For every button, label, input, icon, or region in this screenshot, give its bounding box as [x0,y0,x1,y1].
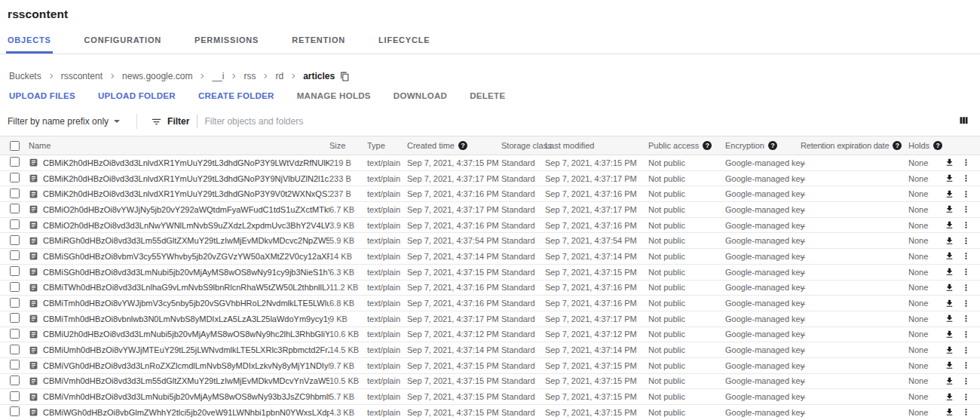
more-options-icon[interactable] [961,314,971,323]
object-name-link[interactable]: CBMiTmh0dHBzOi8vYWJjbmV3cy5nby5jb20vSGVh… [43,299,329,308]
table-row[interactable]: CBMiK2h0dHBzOi8vd3d3LnlvdXR1YmUuY29tL3dh… [0,171,980,187]
tab-configuration[interactable]: CONFIGURATION [83,31,163,54]
table-row[interactable]: CBMiO2h0dHBzOi8vYWJjNy5jb20vY292aWQtdmFy… [0,202,980,218]
object-name-link[interactable]: CBMiO2h0dHBzOi8vd3d3LnNwYWNlLmNvbS9uZXdz… [43,221,329,230]
help-icon[interactable]: ? [893,141,902,150]
row-checkbox[interactable] [10,250,20,260]
breadcrumb-folder[interactable]: rss [243,71,256,81]
object-name-link[interactable]: CBMiSGh0dHBzOi8vd3d3LmNubi5jb20vMjAyMS8w… [43,268,329,277]
object-name-link[interactable]: CBMiK2h0dHBzOi8vd3d3LnlvdXR1YmUuY29tL3dh… [43,189,329,198]
row-checkbox[interactable] [10,406,20,416]
object-name-link[interactable]: CBMiVmh0dHBzOi8vd3d3LmNubi5jb20vMjAyMS8w… [43,392,329,401]
filter-scope-dropdown[interactable]: Filter by name prefix only [8,116,120,127]
column-header-size[interactable]: Size [329,141,367,150]
column-header-type[interactable]: Type [367,141,407,150]
download-icon[interactable] [945,376,954,386]
download-icon[interactable] [945,173,954,183]
object-name-link[interactable]: CBMiVGh0dHBzOi8vd3d3LnRoZXZlcmdlLmNvbS8y… [43,361,329,370]
upload-files-button[interactable]: UPLOAD FILES [9,91,75,100]
table-row[interactable]: CBMiTmh0dHBzOi8vbnlwb3N0LmNvbS8yMDIxLzA5… [0,311,980,327]
download-icon[interactable] [945,158,954,167]
row-checkbox[interactable] [10,345,20,354]
more-options-icon[interactable] [961,407,971,417]
row-checkbox[interactable] [10,298,20,308]
download-icon[interactable] [945,283,954,293]
column-header-storage-class[interactable]: Storage class [501,141,545,150]
download-icon[interactable] [945,251,954,261]
row-checkbox[interactable] [10,219,20,229]
object-name-link[interactable]: CBMiO2h0dHBzOi8vYWJjNy5jb20vY292aWQtdmFy… [43,205,329,214]
more-options-icon[interactable] [961,173,971,183]
table-row[interactable]: CBMiVGh0dHBzOi8vd3d3LnRoZXZlcmdlLmNvbS8y… [0,358,980,374]
download-icon[interactable] [945,299,954,308]
download-icon[interactable] [945,360,954,370]
table-row[interactable]: CBMiTWh0dHBzOi8vd3d3LnlhaG9vLmNvbS9lbnRl… [0,281,980,296]
download-icon[interactable] [945,407,954,417]
table-row[interactable]: CBMiO2h0dHBzOi8vd3d3LnNwYWNlLmNvbS9uZXdz… [0,218,980,234]
table-row[interactable]: CBMiUmh0dHBzOi8vYWJjMTEuY29tL25jLWNvdmlk… [0,342,980,358]
column-display-options-icon[interactable] [958,115,969,126]
more-options-icon[interactable] [961,392,971,402]
download-button[interactable]: DOWNLOAD [394,91,447,100]
row-checkbox[interactable] [10,329,20,339]
object-name-link[interactable]: CBMiTmh0dHBzOi8vbnlwb3N0LmNvbS8yMDIxLzA5… [43,314,329,323]
column-header-public-access[interactable]: Public access? [648,141,725,150]
download-icon[interactable] [945,204,954,214]
more-options-icon[interactable] [961,267,971,277]
object-name-link[interactable]: CBMiK2h0dHBzOi8vd3d3LnlvdXR1YmUuY29tL3dh… [43,158,329,167]
object-name-link[interactable]: CBMiUmh0dHBzOi8vYWJjMTEuY29tL25jLWNvdmlk… [43,345,329,354]
column-header-last-modified[interactable]: Last modified [545,141,648,150]
more-options-icon[interactable] [961,299,971,308]
download-icon[interactable] [945,189,954,199]
column-header-encryption[interactable]: Encryption? [725,141,801,150]
row-checkbox[interactable] [10,266,20,276]
more-options-icon[interactable] [961,360,971,370]
breadcrumb-folder[interactable]: news.google.com [122,71,192,81]
more-options-icon[interactable] [961,189,971,199]
column-header-created-time[interactable]: Created time? [407,141,501,150]
help-icon[interactable]: ? [933,141,942,150]
row-checkbox[interactable] [10,235,20,245]
tab-permissions[interactable]: PERMISSIONS [193,31,260,54]
object-name-link[interactable]: CBMiK2h0dHBzOi8vd3d3LnlvdXR1YmUuY29tL3dh… [43,174,329,183]
more-options-icon[interactable] [961,283,971,293]
more-options-icon[interactable] [961,236,971,246]
breadcrumb-folder[interactable]: __i [212,71,224,81]
tab-objects[interactable]: OBJECTS [6,31,53,54]
help-icon[interactable]: ? [703,141,712,150]
table-row[interactable]: CBMiVmh0dHBzOi8vd3d3LmNubi5jb20vMjAyMS8w… [0,389,980,405]
delete-button[interactable]: DELETE [470,91,505,100]
breadcrumb-folder[interactable]: rd [275,71,283,81]
column-header-retention-expiration-date[interactable]: Retention expiration date? [801,141,908,150]
more-options-icon[interactable] [961,345,971,355]
table-row[interactable]: CBMiK2h0dHBzOi8vd3d3LnlvdXR1YmUuY29tL3dh… [0,186,980,202]
select-all-checkbox[interactable] [10,141,20,151]
object-name-link[interactable]: CBMiTWh0dHBzOi8vd3d3LnlhaG9vLmNvbS9lbnRl… [43,283,329,292]
tab-retention[interactable]: RETENTION [290,31,347,54]
table-row[interactable]: CBMiVmh0dHBzOi8vd3d3Lm55dGltZXMuY29tLzIw… [0,374,980,390]
more-options-icon[interactable] [961,251,971,261]
create-folder-button[interactable]: CREATE FOLDER [198,91,274,100]
download-icon[interactable] [945,236,954,246]
download-icon[interactable] [945,220,954,230]
table-row[interactable]: CBMiTmh0dHBzOi8vYWJjbmV3cy5nby5jb20vSGVh… [0,296,980,311]
object-name-link[interactable]: CBMiU2h0dHBzOi8vd3d3LmNubi5jb20vMjAyMS8w… [43,330,329,339]
more-options-icon[interactable] [961,330,971,339]
help-icon[interactable]: ? [768,141,777,150]
object-name-link[interactable]: CBMiWGh0dHBzOi8vbGlmZWhhY2tlci5jb20veW91… [43,408,329,417]
manage-holds-button[interactable]: MANAGE HOLDS [297,91,371,100]
object-name-link[interactable]: CBMiSGh0dHBzOi8vbmV3cy55YWhvby5jb20vZGVz… [43,252,329,261]
table-row[interactable]: CBMiWGh0dHBzOi8vbGlmZWhhY2tlci5jb20veW91… [0,405,980,420]
row-checkbox[interactable] [10,391,20,401]
row-checkbox[interactable] [10,157,20,167]
more-options-icon[interactable] [961,158,971,167]
copy-icon[interactable] [340,72,350,81]
table-row[interactable]: CBMiSGh0dHBzOi8vd3d3LmNubi5jb20vMjAyMS8w… [0,265,980,281]
row-checkbox[interactable] [10,360,20,369]
row-checkbox[interactable] [10,376,20,385]
more-options-icon[interactable] [961,376,971,386]
row-checkbox[interactable] [10,313,20,323]
filter-input[interactable] [197,115,513,128]
help-icon[interactable]: ? [458,141,467,150]
download-icon[interactable] [945,392,954,402]
